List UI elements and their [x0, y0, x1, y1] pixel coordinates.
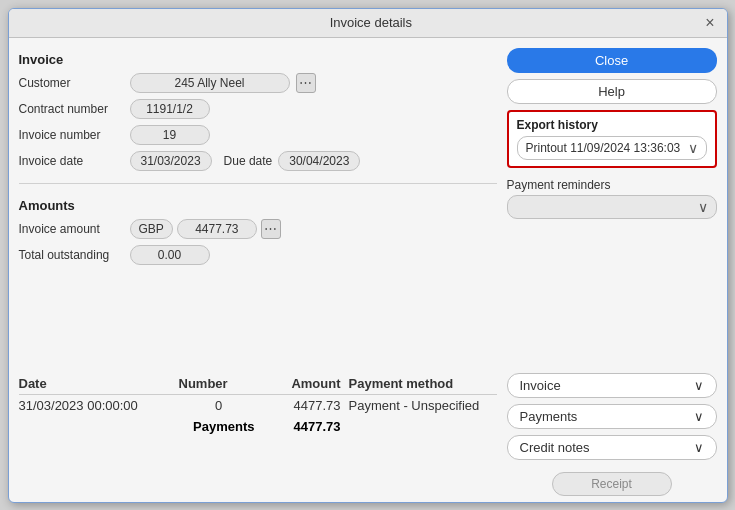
payment-reminders-section: Payment reminders ∨: [507, 174, 717, 219]
payment-reminders-chevron-icon: ∨: [698, 199, 708, 215]
invoice-amount-row: Invoice amount GBP 4477.73 ⋯: [19, 219, 497, 239]
table-header: Date Number Amount Payment method: [19, 373, 497, 395]
due-date-label: Due date: [224, 154, 273, 168]
total-outstanding-row: Total outstanding 0.00: [19, 245, 497, 265]
title-bar: Invoice details ×: [9, 9, 727, 38]
ellipsis-icon: ⋯: [299, 75, 312, 90]
col-number-header: Number: [179, 376, 259, 391]
close-button[interactable]: Close: [507, 48, 717, 73]
credit-notes-action-button[interactable]: Credit notes ∨: [507, 435, 717, 460]
customer-value: 245 Ally Neel: [130, 73, 290, 93]
total-outstanding-label: Total outstanding: [19, 248, 124, 262]
dates-row: Invoice date 31/03/2023 Due date 30/04/2…: [19, 151, 497, 171]
total-outstanding-value: 0.00: [130, 245, 210, 265]
invoice-number-row: Invoice number 19: [19, 125, 497, 145]
table-footer-row: Payments 4477.73: [19, 416, 497, 437]
amounts-section-label: Amounts: [19, 198, 497, 213]
customer-more-button[interactable]: ⋯: [296, 73, 316, 93]
cell-number: 0: [179, 398, 259, 413]
col-date-header: Date: [19, 376, 179, 391]
invoice-date-value: 31/03/2023: [130, 151, 212, 171]
contract-value: 1191/1/2: [130, 99, 210, 119]
invoice-btn-label: Invoice: [520, 378, 561, 393]
footer-empty: [19, 419, 179, 434]
footer-total: 4477.73: [259, 419, 349, 434]
export-history-chevron-icon: ∨: [688, 140, 698, 156]
cell-date: 31/03/2023 00:00:00: [19, 398, 179, 413]
cell-amount: 4477.73: [259, 398, 349, 413]
export-history-dropdown[interactable]: Printout 11/09/2024 13:36:03 ∨: [517, 136, 707, 160]
invoice-action-button[interactable]: Invoice ∨: [507, 373, 717, 398]
invoice-number-value: 19: [130, 125, 210, 145]
left-panel: Invoice Customer 245 Ally Neel ⋯ Contrac…: [19, 48, 497, 359]
col-method-header: Payment method: [349, 376, 497, 391]
invoice-amount-value: 4477.73: [177, 219, 257, 239]
payment-reminders-dropdown[interactable]: ∨: [507, 195, 717, 219]
table-area: Date Number Amount Payment method 31/03/…: [19, 373, 497, 496]
invoice-amount-fields: GBP 4477.73 ⋯: [130, 219, 281, 239]
right-panel: Close Help Export history Printout 11/09…: [507, 48, 717, 359]
invoice-chevron-icon: ∨: [694, 378, 704, 393]
customer-label: Customer: [19, 76, 124, 90]
payments-action-button[interactable]: Payments ∨: [507, 404, 717, 429]
credit-notes-btn-label: Credit notes: [520, 440, 590, 455]
invoice-date-label: Invoice date: [19, 154, 124, 168]
export-history-box: Export history Printout 11/09/2024 13:36…: [507, 110, 717, 168]
payments-chevron-icon: ∨: [694, 409, 704, 424]
footer-label: Payments: [179, 419, 259, 434]
invoice-number-label: Invoice number: [19, 128, 124, 142]
cell-method: Payment - Unspecified: [349, 398, 497, 413]
currency-value: GBP: [130, 219, 173, 239]
contract-label: Contract number: [19, 102, 124, 116]
invoice-section-label: Invoice: [19, 52, 497, 67]
contract-row: Contract number 1191/1/2: [19, 99, 497, 119]
divider-1: [19, 183, 497, 184]
footer-empty-2: [349, 419, 497, 434]
main-content: Invoice Customer 245 Ally Neel ⋯ Contrac…: [9, 38, 727, 369]
ellipsis-icon-2: ⋯: [264, 221, 277, 236]
amount-more-button[interactable]: ⋯: [261, 219, 281, 239]
receipt-button[interactable]: Receipt: [552, 472, 672, 496]
export-history-value: Printout 11/09/2024 13:36:03: [526, 141, 688, 155]
due-date-value: 30/04/2023: [278, 151, 360, 171]
col-amount-header: Amount: [259, 376, 349, 391]
invoice-amount-label: Invoice amount: [19, 222, 124, 236]
payment-reminders-label: Payment reminders: [507, 178, 717, 192]
bottom-right-section: Invoice ∨ Payments ∨ Credit notes ∨ Rece…: [507, 373, 717, 496]
bottom-section: Date Number Amount Payment method 31/03/…: [9, 369, 727, 502]
export-history-label: Export history: [517, 118, 707, 132]
table-row: 31/03/2023 00:00:00 0 4477.73 Payment - …: [19, 395, 497, 416]
customer-row: Customer 245 Ally Neel ⋯: [19, 73, 497, 93]
credit-notes-chevron-icon: ∨: [694, 440, 704, 455]
dialog-title: Invoice details: [39, 15, 704, 30]
payments-btn-label: Payments: [520, 409, 578, 424]
close-x-button[interactable]: ×: [703, 15, 716, 31]
invoice-details-dialog: Invoice details × Invoice Customer 245 A…: [8, 8, 728, 503]
help-button[interactable]: Help: [507, 79, 717, 104]
